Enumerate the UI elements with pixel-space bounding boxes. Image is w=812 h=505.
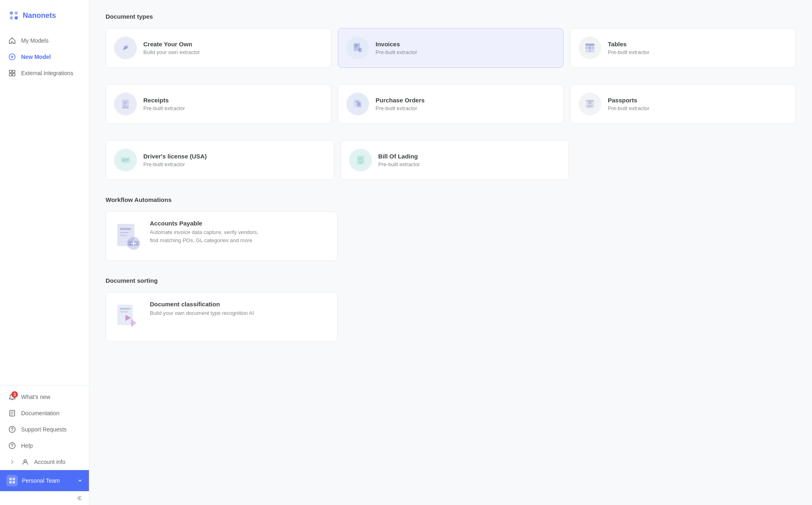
document-types-row-2: Receipts Pre-built extractor Purcha [106, 84, 796, 124]
documentation-label: Documentation [21, 410, 59, 416]
document-types-title: Document types [106, 13, 796, 20]
sidebar-item-whats-new[interactable]: 3 What's new [0, 389, 89, 405]
home-icon [8, 37, 16, 45]
collapse-sidebar-button[interactable] [0, 491, 89, 505]
card-tables[interactable]: Tables Pre-built extractor [570, 28, 796, 68]
svg-rect-17 [9, 481, 12, 483]
svg-rect-60 [120, 308, 130, 310]
card-passports[interactable]: Passports Pre-built extractor [570, 84, 796, 124]
workflow-automations-section: Workflow Automations Accounts Payable Au… [106, 196, 796, 261]
create-your-own-content: Create Your Own Build your own extractor [143, 41, 323, 55]
card-accounts-payable[interactable]: Accounts Payable Automate invoice data c… [106, 211, 338, 261]
card-purchase-orders[interactable]: Purchase Orders Pre-built extractor [338, 84, 564, 124]
accounts-payable-subtitle: Automate invoice data capture, verify ve… [150, 228, 263, 244]
svg-rect-26 [585, 43, 594, 46]
whats-new-label: What's new [21, 394, 50, 400]
svg-point-0 [10, 11, 13, 15]
drivers-license-content: Driver's license (USA) Pre-built extract… [143, 153, 326, 167]
svg-point-11 [12, 431, 12, 431]
card-bill-of-lading[interactable]: Bill Of Lading Pre-built extractor [341, 140, 569, 180]
card-drivers-license[interactable]: Driver's license (USA) Pre-built extract… [106, 140, 334, 180]
svg-point-3 [15, 16, 18, 20]
receipts-icon [114, 93, 137, 115]
logo-icon [8, 10, 19, 21]
svg-rect-24 [358, 48, 362, 52]
drivers-license-title: Driver's license (USA) [143, 153, 326, 160]
svg-rect-15 [9, 478, 12, 480]
svg-rect-53 [120, 232, 129, 233]
svg-rect-16 [13, 478, 15, 480]
svg-rect-54 [120, 235, 127, 236]
invoices-title: Invoices [376, 41, 555, 48]
app-name: Nanonets [23, 11, 56, 20]
team-selector[interactable]: Personal Team [0, 470, 89, 491]
receipts-content: Receipts Pre-built extractor [143, 97, 323, 111]
svg-rect-23 [354, 48, 357, 48]
receipts-subtitle: Pre-built extractor [143, 105, 323, 111]
chevron-right-icon [8, 458, 16, 466]
card-receipts[interactable]: Receipts Pre-built extractor [106, 84, 331, 124]
sidebar-item-external-integrations[interactable]: External Integrations [0, 65, 89, 81]
help-label: Help [21, 442, 33, 449]
invoices-subtitle: Pre-built extractor [376, 49, 555, 55]
plus-circle-icon [8, 53, 16, 61]
book-icon [8, 409, 16, 417]
sidebar: Nanonets My Models New Model [0, 0, 89, 505]
svg-rect-21 [354, 45, 358, 46]
document-sorting-title: Document sorting [106, 277, 796, 284]
document-sorting-section: Document sorting Document classification… [106, 277, 796, 342]
svg-rect-22 [354, 46, 358, 47]
sidebar-item-new-model[interactable]: New Model [0, 49, 89, 65]
svg-point-1 [15, 11, 18, 15]
svg-point-14 [24, 460, 26, 462]
svg-rect-33 [122, 106, 129, 108]
main-content: Document types Create Your Own Build you… [89, 0, 812, 505]
document-classification-content: Document classification Build your own d… [150, 301, 329, 317]
logo[interactable]: Nanonets [0, 0, 89, 29]
document-classification-icon [114, 301, 143, 333]
passports-title: Passports [608, 97, 787, 104]
sidebar-item-account-info[interactable]: Account info [0, 454, 89, 470]
create-your-own-subtitle: Build your own extractor [143, 49, 323, 55]
invoices-icon [346, 37, 369, 59]
sidebar-item-support-requests[interactable]: Support Requests [0, 421, 89, 438]
svg-rect-5 [9, 70, 12, 73]
sidebar-item-documentation[interactable]: Documentation [0, 405, 89, 421]
tables-icon [579, 37, 601, 59]
account-info-label: Account info [34, 459, 65, 465]
document-classification-subtitle: Build your own document type recognition… [150, 309, 263, 317]
purchase-orders-content: Purchase Orders Pre-built extractor [376, 97, 555, 111]
new-model-label: New Model [21, 54, 51, 60]
team-icon [6, 475, 18, 486]
my-models-label: My Models [21, 37, 49, 44]
question-circle-icon [8, 425, 16, 433]
svg-rect-61 [120, 311, 128, 312]
invoices-content: Invoices Pre-built extractor [376, 41, 555, 55]
svg-marker-62 [131, 319, 136, 327]
bell-wrapper: 3 [8, 393, 16, 401]
accounts-payable-title: Accounts Payable [150, 220, 329, 227]
bill-of-lading-icon [349, 149, 372, 171]
svg-point-45 [123, 159, 125, 161]
svg-point-40 [588, 101, 592, 104]
svg-rect-59 [117, 305, 133, 325]
sidebar-item-help[interactable]: Help [0, 438, 89, 454]
sidebar-item-my-models[interactable]: My Models [0, 33, 89, 49]
grid-icon [8, 69, 16, 77]
svg-point-19 [126, 45, 128, 48]
support-requests-label: Support Requests [21, 426, 67, 433]
card-invoices[interactable]: Invoices Pre-built extractor [338, 28, 564, 68]
drivers-license-icon [114, 149, 137, 171]
sidebar-bottom: 3 What's new Documentation Support R [0, 385, 89, 505]
team-name: Personal Team [22, 477, 60, 484]
card-create-your-own[interactable]: Create Your Own Build your own extractor [106, 28, 331, 68]
card-document-classification[interactable]: Document classification Build your own d… [106, 292, 338, 342]
svg-rect-6 [13, 70, 15, 73]
bill-of-lading-content: Bill Of Lading Pre-built extractor [378, 153, 561, 167]
svg-rect-7 [9, 74, 12, 76]
main-nav: My Models New Model External Integrati [0, 29, 89, 385]
accounts-payable-icon [114, 220, 143, 252]
user-icon [21, 458, 29, 466]
create-your-own-icon [114, 37, 137, 59]
svg-rect-35 [357, 102, 361, 107]
